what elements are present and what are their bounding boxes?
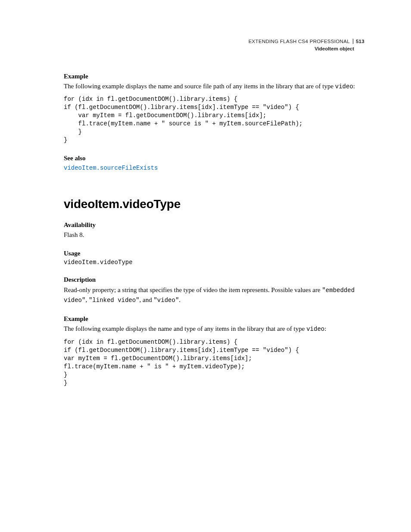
example-intro-2-a: The following example displays the name …: [64, 325, 306, 332]
desc-a: Read-only property; a string that specif…: [64, 286, 322, 293]
example-heading-2: Example: [64, 315, 364, 323]
document-page: EXTENDING FLASH CS4 PROFESSIONAL 513 Vid…: [0, 0, 411, 387]
entry-title: videoItem.videoType: [64, 197, 364, 211]
example-intro-2-b: :: [324, 325, 326, 332]
code-block-1: for (idx in fl.getDocumentDOM().library.…: [64, 95, 364, 144]
see-also-links: videoItem.sourceFileExists: [64, 164, 364, 171]
code-block-2: for (idx in fl.getDocumentDOM().library.…: [64, 338, 364, 387]
header-line-1: EXTENDING FLASH CS4 PROFESSIONAL 513: [64, 38, 364, 45]
desc-end: .: [179, 296, 181, 303]
description-heading: Description: [64, 276, 364, 283]
example-intro-text-a: The following example displays the name …: [64, 83, 335, 90]
link-sourcefileexists[interactable]: videoItem.sourceFileExists: [64, 165, 158, 171]
header-section: VideoItem object: [64, 45, 364, 53]
inline-code-video-2: video: [306, 326, 324, 333]
page-number: 513: [353, 39, 364, 44]
usage-heading: Usage: [64, 250, 364, 257]
availability-text: Flash 8.: [64, 230, 364, 240]
desc-code-3: "video": [153, 297, 179, 304]
usage-code: videoItem.videoType: [64, 259, 364, 266]
example-intro-text-b: :: [353, 83, 355, 90]
running-header: EXTENDING FLASH CS4 PROFESSIONAL 513 Vid…: [64, 38, 364, 53]
example-intro-2: The following example displays the name …: [64, 324, 364, 334]
see-also-heading: See also: [64, 155, 364, 162]
desc-code-2: "linked video": [89, 297, 140, 304]
desc-sep-2: , and: [140, 296, 154, 303]
desc-sep-1: ,: [85, 296, 89, 303]
book-title: EXTENDING FLASH CS4 PROFESSIONAL: [249, 39, 350, 44]
availability-heading: Availability: [64, 221, 364, 229]
example-intro: The following example displays the name …: [64, 82, 364, 91]
inline-code-video: video: [335, 83, 353, 90]
example-heading: Example: [64, 73, 364, 80]
description-text: Read-only property; a string that specif…: [64, 285, 364, 305]
